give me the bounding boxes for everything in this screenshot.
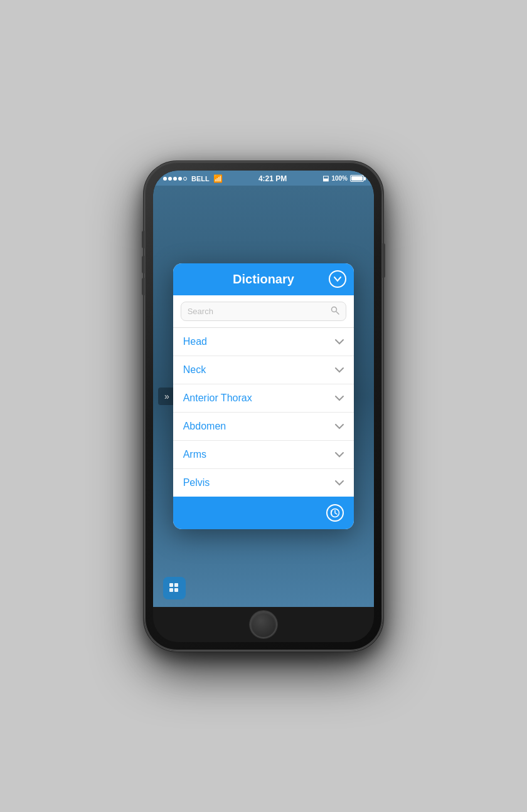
status-time: 4:21 PM xyxy=(258,174,287,183)
search-field[interactable]: Search xyxy=(181,302,347,321)
search-icon xyxy=(331,306,339,317)
home-button-area xyxy=(153,607,374,642)
home-button[interactable] xyxy=(250,611,277,638)
battery-label: 100% xyxy=(331,175,348,182)
dictionary-list: Head Neck xyxy=(173,328,354,497)
app-background: » Dictionary xyxy=(153,186,374,607)
list-item[interactable]: Pelvis xyxy=(173,469,354,497)
chevron-icon-pelvis xyxy=(335,478,344,488)
phone-frame: BELL 📶 4:21 PM ⬓ 100% xyxy=(144,162,383,651)
chevron-down-icon xyxy=(333,275,342,283)
bluetooth-icon: ⬓ xyxy=(322,174,329,182)
status-left: BELL 📶 xyxy=(163,174,223,183)
battery-icon xyxy=(350,175,364,182)
modal-footer xyxy=(173,497,354,529)
history-button[interactable] xyxy=(326,504,344,522)
search-placeholder: Search xyxy=(188,307,213,316)
dictionary-modal: Dictionary Search xyxy=(173,263,354,529)
battery-fill xyxy=(351,176,363,181)
item-label-arms: Arms xyxy=(183,449,206,460)
chevron-icon-arms xyxy=(335,450,344,460)
signal-dots xyxy=(163,177,187,181)
dot-3 xyxy=(173,177,177,181)
status-right: ⬓ 100% xyxy=(322,174,364,182)
list-item[interactable]: Arms xyxy=(173,441,354,469)
modal-title: Dictionary xyxy=(233,272,294,287)
list-item[interactable]: Head xyxy=(173,328,354,356)
chevron-icon-head xyxy=(335,337,344,347)
svg-point-9 xyxy=(332,307,337,312)
status-bar: BELL 📶 4:21 PM ⬓ 100% xyxy=(153,171,374,186)
dot-5 xyxy=(183,177,187,181)
modal-header: Dictionary xyxy=(173,263,354,295)
item-label-anterior-thorax: Anterior Thorax xyxy=(183,393,252,404)
item-label-neck: Neck xyxy=(183,364,206,376)
clock-icon xyxy=(330,508,340,518)
chevron-icon-anterior-thorax xyxy=(335,393,344,403)
phone-inner: BELL 📶 4:21 PM ⬓ 100% xyxy=(153,171,374,642)
item-label-abdomen: Abdomen xyxy=(183,421,226,432)
list-item[interactable]: Abdomen xyxy=(173,413,354,441)
list-item[interactable]: Anterior Thorax xyxy=(173,384,354,413)
screen: BELL 📶 4:21 PM ⬓ 100% xyxy=(153,171,374,607)
dot-2 xyxy=(168,177,172,181)
item-label-head: Head xyxy=(183,336,207,347)
chevron-icon-neck xyxy=(335,365,344,375)
chevron-icon-abdomen xyxy=(335,421,344,431)
modal-overlay: Dictionary Search xyxy=(153,186,374,607)
wifi-icon: 📶 xyxy=(213,174,223,183)
list-item[interactable]: Neck xyxy=(173,356,354,384)
modal-close-button[interactable] xyxy=(329,270,346,288)
carrier-label: BELL xyxy=(191,175,210,182)
search-bar: Search xyxy=(173,295,354,328)
dot-1 xyxy=(163,177,167,181)
dot-4 xyxy=(178,177,182,181)
item-label-pelvis: Pelvis xyxy=(183,477,210,488)
svg-line-10 xyxy=(336,312,339,314)
